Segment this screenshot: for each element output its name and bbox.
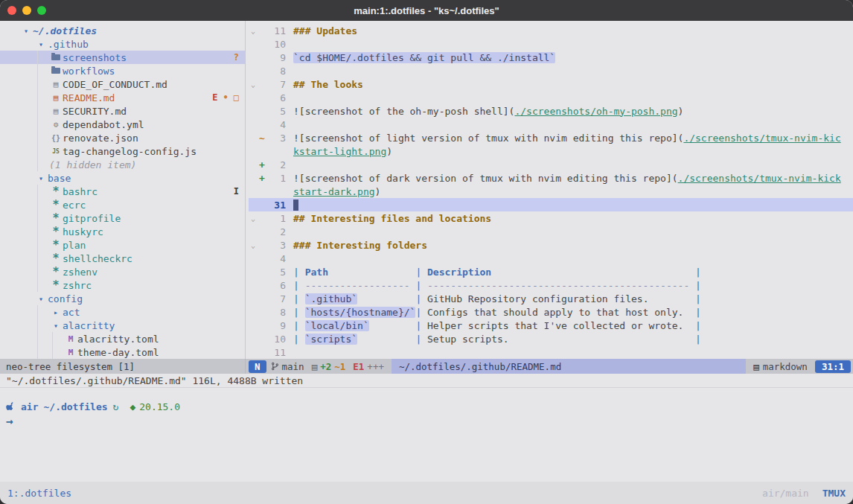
tree-item-tag-changelog-config-js[interactable]: JStag-changelog-config.js (0, 144, 245, 158)
editor-line-10[interactable]: 10 (249, 37, 853, 51)
tree-item-dependabot-yml[interactable]: ⚙dependabot.yml (0, 118, 245, 131)
line-text: ## Interesting files and locations (293, 213, 853, 224)
editor-panel[interactable]: ⌄11### Updates109`cd $HOME/.dotfiles && … (246, 21, 853, 359)
tree-item-label: shellcheckrc (63, 253, 132, 264)
tmux-window-tab[interactable]: 1:.dotfiles (7, 488, 71, 499)
shell-prompt-line: air ~/.dotfiles ↻ ◆20.15.0 (6, 400, 847, 413)
line-number: 4 (266, 119, 293, 130)
tree-item-security-md[interactable]: ▤SECURITY.md (0, 104, 245, 118)
shell-pane[interactable]: air ~/.dotfiles ↻ ◆20.15.0 → (0, 387, 853, 482)
tree-item-theme-day-toml[interactable]: Mtheme-day.toml (0, 345, 245, 359)
editor-line-2[interactable]: 2 (249, 225, 853, 238)
tree-item-act[interactable]: ▸act (0, 305, 245, 319)
shell-input-line[interactable]: → (6, 414, 847, 427)
tree-item-workflows[interactable]: workflows (0, 64, 245, 77)
editor-line-wrap[interactable]: kstart-light.png) (249, 144, 853, 158)
editor-line-9[interactable]: 9`cd $HOME/.dotfiles && git pull && ./in… (249, 51, 853, 64)
editor-line-31[interactable]: 31 (249, 198, 853, 211)
tree-item-screenshots[interactable]: screenshots? (0, 51, 245, 64)
editor-line-9[interactable]: 9| `local/bin` | Helper scripts that I'v… (249, 319, 853, 332)
folder-icon (49, 68, 63, 74)
editor-line-8[interactable]: 8| `hosts/{hostname}/`| Configs that sho… (249, 305, 853, 319)
fold-chevron-icon[interactable]: ⌄ (249, 241, 258, 249)
editor-line-4[interactable]: 4 (249, 252, 853, 265)
line-number: 9 (266, 320, 293, 331)
editor-line-11[interactable]: ⌄11### Updates (249, 24, 853, 37)
tree-item-dotfiles[interactable]: ▾~/.dotfiles (0, 24, 245, 37)
editor-line-6[interactable]: 6| ------------------ | ----------------… (249, 278, 853, 292)
tree-item-label: alacritty (63, 320, 115, 331)
editor-line-wrap[interactable]: start-dark.png) (249, 185, 853, 198)
editor-line-6[interactable]: 6 (249, 91, 853, 104)
editor-line-8[interactable]: 8 (249, 64, 853, 77)
json-icon: {} (49, 134, 63, 142)
editor-line-2[interactable]: +2 (249, 158, 853, 171)
refresh-icon: ↻ (113, 401, 119, 412)
shell-file-icon: * (49, 255, 63, 262)
line-number: 10 (266, 39, 293, 50)
editor-line-10[interactable]: 10| `scripts` | Setup scripts. | (249, 332, 853, 345)
tree-item-config[interactable]: ▾config (0, 292, 245, 305)
editor-line-7[interactable]: 7| `.github` | GitHub Repository configu… (249, 292, 853, 305)
tree-item-github[interactable]: ▾.github (0, 37, 245, 51)
tree-item-label: ecrc (63, 200, 86, 211)
editor-line-7[interactable]: ⌄7## The looks (249, 77, 853, 91)
tmux-session-name: air/main (762, 488, 809, 499)
editor-line-11[interactable]: 11 (249, 345, 853, 359)
line-number: 2 (266, 159, 293, 170)
line-number: 31 (266, 200, 293, 211)
tree-item-zshenv[interactable]: *zshenv (0, 265, 245, 278)
line-text: ### Updates (293, 25, 853, 36)
editor-line-3[interactable]: ⌄3### Interesting folders (249, 238, 853, 252)
tree-item-alacritty-toml[interactable]: Malacritty.toml (0, 332, 245, 345)
file-icon: ▤ (49, 93, 63, 103)
tree-item-1-hidden-item[interactable]: (1 hidden item) (0, 158, 245, 171)
tree-item-base[interactable]: ▾base (0, 171, 245, 185)
editor-line-1[interactable]: ⌄1## Interesting files and locations (249, 211, 853, 225)
tree-item-label: ~/.dotfiles (33, 25, 97, 36)
tree-item-renovate-json[interactable]: {}renovate.json (0, 131, 245, 144)
editor-line-5[interactable]: 5![screenshot of the oh-my-posh shell](.… (249, 104, 853, 118)
editor-line-1[interactable]: +1![screenshot of dark version of tmux w… (249, 171, 853, 185)
shell-file-icon: * (49, 228, 63, 235)
tree-item-shellcheckrc[interactable]: *shellcheckrc (0, 252, 245, 265)
line-text: ![screenshot of light version of tmux wi… (293, 133, 853, 144)
window-title: main:1:.dotfiles - "ks~/.dotfiles" (354, 5, 499, 16)
terminal-window: main:1:.dotfiles - "ks~/.dotfiles" ▾~/.d… (0, 0, 853, 504)
fold-chevron-icon[interactable]: ⌄ (249, 27, 258, 35)
editor-line-5[interactable]: 5| Path | Description | (249, 265, 853, 278)
editor-line-4[interactable]: 4 (249, 118, 853, 131)
editor-line-3[interactable]: ~3![screenshot of light version of tmux … (249, 131, 853, 144)
minimize-button[interactable] (22, 6, 31, 15)
tree-item-plan[interactable]: *plan (0, 238, 245, 252)
fold-chevron-icon[interactable]: ⌄ (249, 214, 258, 223)
zoom-button[interactable] (37, 6, 46, 15)
text-cursor (293, 200, 298, 211)
line-number: 6 (266, 280, 293, 291)
tree-item-huskyrc[interactable]: *huskyrc (0, 225, 245, 238)
tree-item-gitprofile[interactable]: *gitprofile (0, 211, 245, 225)
tree-item-ecrc[interactable]: *ecrc (0, 198, 245, 211)
tree-item-label: screenshots (63, 52, 127, 63)
fold-chevron-icon[interactable]: ⌄ (249, 80, 258, 89)
git-sign-added: + (258, 173, 266, 184)
tmux-session: ▾~/.dotfiles▾.githubscreenshots?workflow… (0, 21, 853, 504)
tree-item-bashrc[interactable]: *bashrcI (0, 185, 245, 198)
tree-item-label: huskyrc (63, 226, 103, 237)
indent-guide (37, 158, 38, 171)
indent-guide (37, 77, 38, 91)
line-number: 5 (266, 106, 293, 117)
tree-item-code-of-conduct-md[interactable]: ▤CODE_OF_CONDUCT.md (0, 77, 245, 91)
tree-item-alacritty[interactable]: ▾alacritty (0, 319, 245, 332)
shell-file-icon: * (49, 268, 63, 275)
tree-item-label: zshrc (63, 280, 92, 291)
tree-item-readme-md[interactable]: ▤README.mdE•□ (0, 91, 245, 104)
indent-guide (37, 185, 38, 198)
tree-item-zshrc[interactable]: *zshrc (0, 278, 245, 292)
indent-guide (52, 345, 53, 359)
close-button[interactable] (7, 6, 16, 15)
chevron-down-icon: ▾ (19, 27, 33, 35)
tree-item-label: SECURITY.md (63, 106, 127, 117)
line-number: 8 (266, 307, 293, 318)
line-text: | `hosts/{hostname}/`| Configs that shou… (293, 307, 853, 318)
